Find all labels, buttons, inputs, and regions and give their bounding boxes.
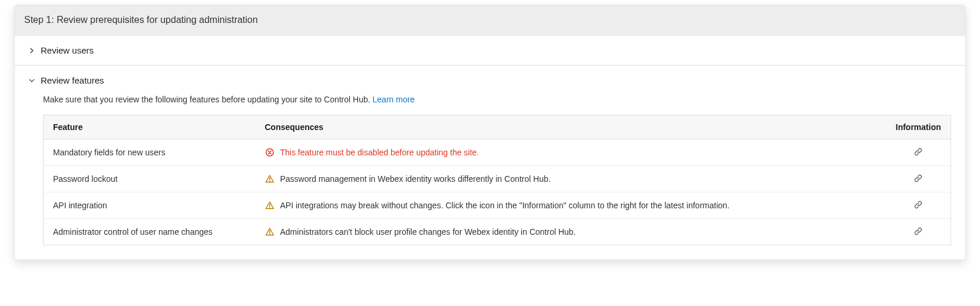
table-row: API integrationAPI integrations may brea… [44,192,951,219]
warning-icon [265,227,274,237]
feature-cell: API integration [44,192,256,219]
consequence-text: Password management in Webex identity wo… [280,174,551,184]
review-features-intro-text: Make sure that you review the following … [43,95,373,104]
warning-icon [265,201,274,210]
feature-cell: Administrator control of user name chang… [44,219,256,245]
section-review-features-title: Review features [41,75,104,85]
col-header-information: Information [886,115,951,139]
section-review-users-title: Review users [41,45,94,55]
svg-point-4 [269,207,270,208]
consequence-text: Administrators can't block user profile … [280,227,576,237]
consequence-text: This feature must be disabled before upd… [280,148,479,157]
information-cell [886,192,951,219]
learn-more-link[interactable]: Learn more [373,95,415,104]
features-table: Feature Consequences Information Mandato… [43,115,951,245]
col-header-feature: Feature [44,115,256,139]
consequence-text: API integrations may break without chang… [280,201,730,210]
table-row: Password lockoutPassword management in W… [44,166,951,192]
information-cell [886,166,951,192]
consequence-cell: API integrations may break without chang… [256,192,886,219]
consequence-cell: Administrators can't block user profile … [256,219,886,245]
svg-point-2 [269,181,270,182]
feature-cell: Mandatory fields for new users [44,139,256,166]
information-cell [886,219,951,245]
chevron-right-icon [29,48,35,54]
svg-point-6 [269,234,270,235]
consequence-cell: This feature must be disabled before upd… [256,139,886,166]
information-link-icon[interactable] [913,199,923,210]
information-cell [886,139,951,166]
table-row: Administrator control of user name chang… [44,219,951,245]
information-link-icon[interactable] [913,147,923,157]
warning-icon [265,174,274,184]
step-card: Step 1: Review prerequisites for updatin… [14,5,966,260]
col-header-consequences: Consequences [256,115,886,139]
section-review-users-toggle[interactable]: Review users [15,36,965,65]
chevron-down-icon [29,78,35,84]
section-review-features-body: Make sure that you review the following … [15,95,965,260]
step-title: Step 1: Review prerequisites for updatin… [15,5,965,35]
table-row: Mandatory fields for new usersThis featu… [44,139,951,166]
review-features-intro: Make sure that you review the following … [43,95,951,104]
consequence-cell: Password management in Webex identity wo… [256,166,886,192]
section-review-features: Review features Make sure that you revie… [15,65,965,260]
information-link-icon[interactable] [913,226,923,237]
feature-cell: Password lockout [44,166,256,192]
error-icon [265,148,274,157]
information-link-icon[interactable] [913,173,923,184]
section-review-users: Review users [15,35,965,65]
section-review-features-toggle[interactable]: Review features [15,66,965,95]
